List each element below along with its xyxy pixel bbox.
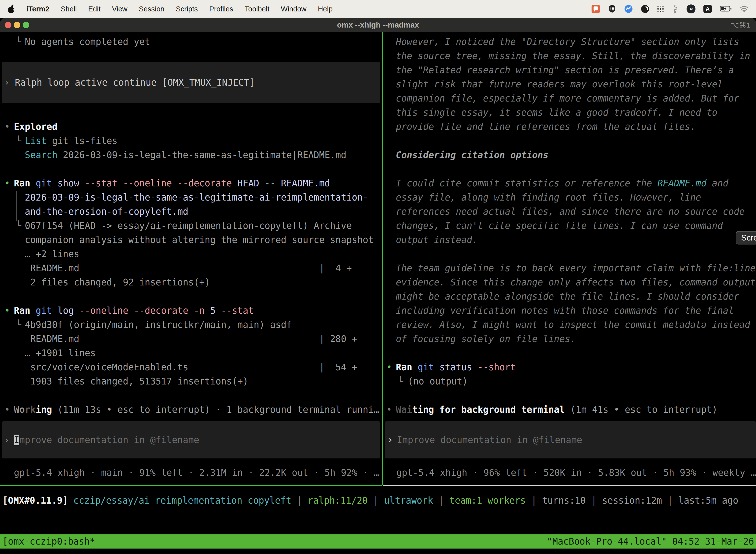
command-git-status: • Ran git status --short [0,360,22,374]
screen-overlay-button[interactable]: Scre [736,231,756,244]
chat-icon[interactable] [591,4,600,13]
tmux-host-clock: "MacBook-Pro-44.local" 04:52 31-Mar-26 [547,535,754,549]
thinking-paragraph-line: The team guideline is to back every impo… [396,261,756,275]
thinking-paragraph-line: output instead. [396,233,478,247]
apple-menu-icon[interactable] [7,4,15,13]
dots-grid-icon[interactable] [657,6,664,12]
log-output-line: └ 4b9d30f (origin/main, instructkr/main,… [0,318,22,332]
thinking-paragraph-line: including verification notes with those … [396,303,734,318]
inject-message-line: › Ralph loop active continue [OMX_TMUX_I… [0,75,22,90]
eclipse-icon[interactable] [641,5,649,13]
menu-status-icons: ..61 A [591,0,749,18]
thinking-paragraph-line: slight risk that future readers may over… [396,77,723,91]
thinking-paragraph-line: of focusing solely on file lines. [396,332,576,346]
thinking-paragraph-line: changes, I can't cite specific file line… [396,219,723,233]
tmux-session-label: [omx-cczip0:bash* [2,535,95,549]
menu-edit[interactable]: Edit [88,5,101,13]
menu-iterm2[interactable]: iTerm2 [26,5,49,13]
status-output-line: └ (no output) [0,374,22,388]
thinking-paragraph-line: references need actual files, and since … [396,205,745,219]
thinking-paragraph-line: essay file, along with finding root file… [396,190,701,205]
right-prompt-line[interactable]: › Improve documentation in @filename [0,433,22,447]
right-pane-bottom-border [383,485,756,486]
show-output-line-2: companion analysis without altering the … [0,233,22,247]
thinking-paragraph-line: the source tree, missing the essay. Stil… [396,49,750,63]
log-more-lines: … +1901 lines [0,346,22,360]
thinking-paragraph-line: However, I noticed the "Directory Struct… [396,35,739,49]
menu-profiles[interactable]: Profiles [209,5,233,13]
show-filename-line-1: 2026-03-09-is-legal-the-same-as-legitima… [0,190,22,205]
thinking-paragraph-line: evidence. Since this change only affects… [396,275,756,289]
left-pane-bottom-border [0,485,382,486]
menu-scripts[interactable]: Scripts [176,5,198,13]
explored-search-line: Search 2026-03-09-is-legal-the-same-as-l… [0,148,22,162]
menu-window[interactable]: Window [281,5,306,13]
show-stat-line: README.md | 4 + [0,261,22,275]
keyboard-layout-badge[interactable]: A [703,5,712,13]
battery-icon[interactable] [720,6,732,12]
window-shortcut: ⌥⌘1 [731,18,751,32]
thinking-paragraph-line: I could cite commit statistics or refere… [396,176,728,190]
thinking-paragraph-line: might be acceptable alongside the file l… [396,289,739,303]
show-output-line-1: └ 067f154 (HEAD -> essay/ai-reimplementa… [0,219,22,233]
command-git-show: • Ran git show --stat --oneline --decora… [0,176,22,190]
menu-items: iTerm2 Shell Edit View Session Scripts P… [7,0,333,18]
omx-status-bar: [OMX#0.11.9] cczip/essay/ai-reimplementa… [0,493,22,508]
squiggle-icon[interactable] [672,4,679,14]
desktop: iTerm2 Shell Edit View Session Scripts P… [0,0,756,554]
battery-percent-badge[interactable]: ..61 [687,4,695,13]
thinking-paragraph-line: the "Related research writing" section i… [396,63,734,77]
show-more-lines: … +2 lines [0,247,22,261]
menu-view[interactable]: View [112,5,127,13]
shield-icon[interactable] [608,4,616,13]
pane-divider-vertical[interactable] [382,32,383,485]
window-title: omx --xhigh --madmax [0,18,756,32]
thinking-paragraph-line: provide file and line references from th… [396,120,696,134]
log-stat-line-1: README.md | 280 + [0,332,22,346]
thinking-paragraph-line: this single essay, it seems like a good … [396,106,717,120]
waiting-status-line: • Waiting for background terminal (1m 41… [0,403,22,417]
explored-header: • Explored [0,120,22,134]
show-filename-line-2: and-the-erosion-of-copyleft.md [0,205,22,219]
show-summary-line: 2 files changed, 92 insertions(+) [0,275,22,289]
explored-list-line: └ List git ls-files [0,134,22,148]
thinking-paragraph-line: companion file, especially if more comme… [396,91,739,106]
tmux-status-bar: [omx-cczip0:bash* "MacBook-Pro-44.local"… [0,535,756,549]
menu-help[interactable]: Help [318,5,333,13]
sync-badge-icon[interactable] [624,4,633,13]
agents-status-line: └ No agents completed yet [0,35,22,49]
thinking-section-heading: Considering citation options [396,148,548,162]
wifi-icon[interactable] [740,5,749,12]
menu-bar: iTerm2 Shell Edit View Session Scripts P… [0,0,756,18]
thinking-paragraph-line: review. Also, I might want to inspect th… [396,318,750,332]
right-model-status-line: gpt-5.4 xhigh · 96% left · 520K in · 5.8… [0,466,22,480]
command-git-log: • Ran git log --oneline --decorate -n 5 … [0,303,22,318]
menu-session[interactable]: Session [139,5,165,13]
menu-shell[interactable]: Shell [61,5,77,13]
menu-toolbelt[interactable]: Toolbelt [245,5,269,13]
